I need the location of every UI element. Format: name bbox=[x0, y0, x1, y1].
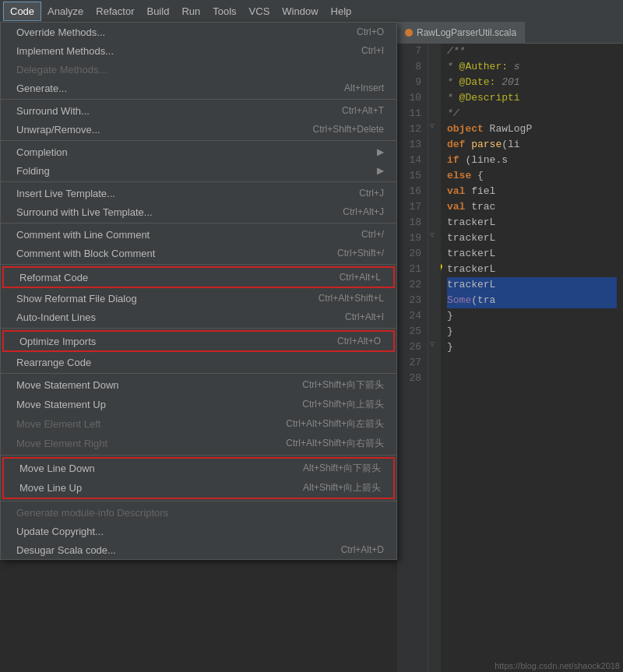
code-line-7: /** bbox=[447, 44, 617, 59]
menu-move-element-right: Move Element Right Ctrl+Alt+Shift+向右箭头 bbox=[1, 434, 396, 453]
separator-8 bbox=[1, 455, 396, 456]
menu-move-statement-down[interactable]: Move Statement Down Ctrl+Shift+向下箭头 bbox=[1, 375, 396, 395]
code-line-15: else { bbox=[447, 168, 617, 184]
move-line-box: Move Line Down Alt+Shift+向下箭头 Move Line … bbox=[2, 457, 395, 499]
code-line-18: trackerL bbox=[447, 215, 617, 230]
menubar-tools[interactable]: Tools bbox=[206, 2, 242, 20]
menu-desugar-scala[interactable]: Desugar Scala code... Ctrl+Alt+D bbox=[1, 540, 396, 559]
code-line-12: object RawLogP bbox=[447, 121, 617, 137]
menu-generate-module-info: Generate module-info Descriptors bbox=[1, 503, 396, 522]
separator-7 bbox=[1, 373, 396, 374]
code-content-area: 7 8 9 10 11 12 13 14 15 16 17 18 19 20 2… bbox=[397, 44, 623, 672]
code-line-9: * @Date: 201 bbox=[447, 75, 617, 90]
menubar-refactor[interactable]: Refactor bbox=[90, 2, 140, 20]
fold-icon-12[interactable]: ▽ bbox=[430, 121, 435, 131]
menu-reformat-code[interactable]: Reformat Code Ctrl+Alt+L bbox=[4, 268, 393, 287]
menu-optimize-imports[interactable]: Optimize Imports Ctrl+Alt+O bbox=[4, 332, 393, 350]
completion-arrow-icon: ▶ bbox=[377, 146, 384, 157]
menu-override-methods[interactable]: Override Methods... Ctrl+O bbox=[1, 23, 396, 41]
menu-move-element-left: Move Element Left Ctrl+Alt+Shift+向左箭头 bbox=[1, 414, 396, 434]
watermark: https://blog.csdn.net/shaock2018 bbox=[495, 661, 620, 670]
menu-move-statement-up[interactable]: Move Statement Up Ctrl+Shift+向上箭头 bbox=[1, 395, 396, 414]
menu-move-line-down[interactable]: Move Line Down Alt+Shift+向下箭头 bbox=[4, 459, 393, 478]
code-editor: RawLogParserUtil.scala 7 8 9 10 11 12 13… bbox=[397, 22, 623, 672]
code-line-14: if (line.s bbox=[447, 153, 617, 168]
menu-completion[interactable]: Completion ▶ bbox=[1, 142, 396, 161]
code-line-28 bbox=[447, 371, 617, 386]
menu-folding[interactable]: Folding ▶ bbox=[1, 161, 396, 180]
menubar-build[interactable]: Build bbox=[140, 2, 175, 20]
tab-filename: RawLogParserUtil.scala bbox=[417, 27, 516, 38]
menu-surround-with[interactable]: Surround With... Ctrl+Alt+T bbox=[1, 101, 396, 120]
code-line-24: } bbox=[447, 308, 617, 324]
code-line-8: * @Auther: s bbox=[447, 59, 617, 75]
menu-move-line-up[interactable]: Move Line Up Alt+Shift+向上箭头 bbox=[4, 478, 393, 498]
menu-auto-indent[interactable]: Auto-Indent Lines Ctrl+Alt+I bbox=[1, 308, 396, 326]
menu-update-copyright[interactable]: Update Copyright... bbox=[1, 522, 396, 540]
code-line-20: trackerL bbox=[447, 246, 617, 262]
menu-comment-line[interactable]: Comment with Line Comment Ctrl+/ bbox=[1, 225, 396, 244]
menubar-analyze[interactable]: Analyze bbox=[41, 2, 90, 20]
code-text-area[interactable]: /** * @Auther: s * @Date: 201 * @Descrip… bbox=[441, 44, 623, 672]
code-line-22: trackerL bbox=[447, 277, 617, 293]
code-line-23: Some(tra bbox=[447, 293, 617, 308]
code-dropdown-menu: Override Methods... Ctrl+O Implement Met… bbox=[0, 22, 397, 560]
menu-generate[interactable]: Generate... Alt+Insert bbox=[1, 79, 396, 97]
code-line-10: * @Descripti bbox=[447, 90, 617, 106]
code-line-21: 💡 trackerL bbox=[447, 262, 617, 277]
code-line-17: val trac bbox=[447, 199, 617, 215]
code-line-11: */ bbox=[447, 106, 617, 121]
separator-9 bbox=[1, 501, 396, 501]
code-line-13: def parse(li bbox=[447, 137, 617, 153]
line-numbers: 7 8 9 10 11 12 13 14 15 16 17 18 19 20 2… bbox=[397, 44, 428, 672]
optimize-imports-box: Optimize Imports Ctrl+Alt+O bbox=[2, 330, 395, 352]
bulb-icon[interactable]: 💡 bbox=[441, 262, 445, 277]
separator-5 bbox=[1, 264, 396, 265]
menu-delegate-methods: Delegate Methods... bbox=[1, 60, 396, 79]
menubar-vcs[interactable]: VCS bbox=[243, 2, 276, 20]
menu-unwrap-remove[interactable]: Unwrap/Remove... Ctrl+Shift+Delete bbox=[1, 120, 396, 139]
fold-icon-15[interactable]: ▽ bbox=[430, 230, 435, 240]
code-line-26: } bbox=[447, 340, 617, 355]
menubar-help[interactable]: Help bbox=[325, 2, 358, 20]
menubar-code[interactable]: Code bbox=[3, 2, 41, 21]
separator-6 bbox=[1, 328, 396, 329]
reformat-code-box: Reformat Code Ctrl+Alt+L bbox=[2, 266, 395, 288]
menubar-run[interactable]: Run bbox=[175, 2, 206, 20]
separator-1 bbox=[1, 99, 396, 100]
code-line-25: } bbox=[447, 324, 617, 340]
menubar-window[interactable]: Window bbox=[276, 2, 324, 20]
separator-4 bbox=[1, 223, 396, 223]
menu-insert-live-template[interactable]: Insert Live Template... Ctrl+J bbox=[1, 184, 396, 202]
separator-2 bbox=[1, 140, 396, 141]
folding-arrow-icon: ▶ bbox=[377, 165, 384, 176]
menu-show-reformat-dialog[interactable]: Show Reformat File Dialog Ctrl+Alt+Shift… bbox=[1, 289, 396, 308]
code-gutter: ▽ ▽ ▽ bbox=[428, 44, 441, 672]
code-line-19: trackerL bbox=[447, 230, 617, 246]
code-line-16: val fiel bbox=[447, 184, 617, 199]
menubar: Code Analyze Refactor Build Run Tools VC… bbox=[0, 0, 623, 22]
separator-3 bbox=[1, 181, 396, 182]
menu-implement-methods[interactable]: Implement Methods... Ctrl+I bbox=[1, 41, 396, 60]
editor-tab-bar: RawLogParserUtil.scala bbox=[397, 22, 623, 44]
editor-tab[interactable]: RawLogParserUtil.scala bbox=[397, 22, 525, 44]
code-line-27 bbox=[447, 355, 617, 371]
menu-rearrange-code[interactable]: Rearrange Code bbox=[1, 353, 396, 371]
scala-file-icon bbox=[405, 29, 413, 37]
menu-comment-block[interactable]: Comment with Block Comment Ctrl+Shift+/ bbox=[1, 244, 396, 262]
menu-surround-live-template[interactable]: Surround with Live Template... Ctrl+Alt+… bbox=[1, 202, 396, 221]
fold-icon-25[interactable]: ▽ bbox=[430, 340, 435, 349]
